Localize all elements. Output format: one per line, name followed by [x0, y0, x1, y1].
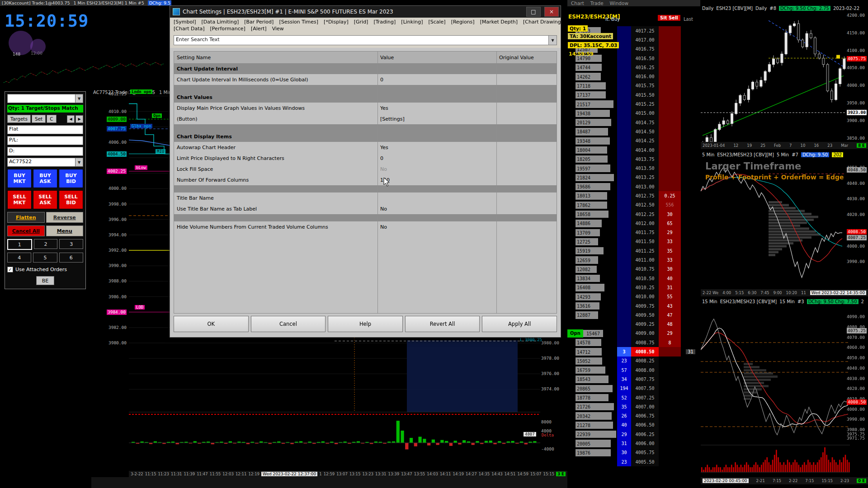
dom-sell-cell[interactable] [659, 45, 681, 54]
dom-buy-cell[interactable] [617, 274, 631, 283]
menu-item[interactable]: [Performance] [210, 26, 245, 32]
dom-buy-cell[interactable] [617, 54, 631, 63]
dom-buy-cell[interactable] [617, 127, 631, 136]
dom-sell-cell[interactable]: 30 [659, 265, 681, 274]
dom-buy-cell[interactable]: 29 [617, 430, 631, 439]
dialog-title-bar[interactable]: Chart Settings | ESH23/ESH23[M] #1 | E-M… [170, 6, 561, 18]
sell-bid-button[interactable]: SELLBID [59, 190, 83, 209]
dom-price-cell[interactable]: 4006.00 [631, 439, 659, 448]
dom-price-cell[interactable]: 4014.75 [631, 118, 659, 127]
settings-row[interactable]: Autowrap Chart HeaderYes [174, 142, 557, 153]
dom-price-cell[interactable]: 4005.75 [631, 448, 659, 457]
menu-item[interactable]: [Symbol] [174, 19, 196, 25]
menu-item[interactable]: [Data Limiting] [202, 19, 239, 25]
dom-price-cell[interactable]: 4009.75 [631, 301, 659, 310]
tab-targets[interactable]: Targets [7, 115, 31, 123]
settings-row[interactable]: Lock Fill SpaceNo [174, 164, 557, 174]
dom-price-cell[interactable]: 4010.25 [631, 283, 659, 292]
dialog-button[interactable]: Help [328, 316, 403, 332]
settings-row[interactable]: Number Of Forward Columns150 [174, 174, 557, 185]
dom-sell-cell[interactable]: 35 [659, 246, 681, 255]
dialog-button[interactable]: Cancel [251, 316, 326, 332]
dialog-button[interactable]: Apply All [482, 316, 557, 332]
dom-buy-cell[interactable] [617, 338, 631, 347]
dom-buy-cell[interactable] [617, 136, 631, 145]
dom-price-cell[interactable]: 4005.50 [631, 457, 659, 466]
dialog-button[interactable]: Revert All [405, 316, 480, 332]
dom-price-cell[interactable]: 4012.75 [631, 191, 659, 200]
menu-item[interactable]: [Market Depth] [480, 19, 518, 25]
dom-buy-cell[interactable]: 194 [617, 384, 631, 393]
dom-sell-cell[interactable]: 43 [659, 301, 681, 310]
dom-buy-cell[interactable]: 52 [617, 393, 631, 402]
dom-buy-cell[interactable] [617, 228, 631, 237]
menu-item[interactable]: View [272, 26, 284, 32]
menu-item[interactable]: [Chart Data] [174, 26, 205, 32]
dom-price-cell[interactable]: 4007.50 [631, 384, 659, 393]
tab-set[interactable]: Set [32, 115, 46, 123]
dom-buy-cell[interactable] [617, 182, 631, 191]
dom-price-cell[interactable]: 4008.50 [631, 347, 659, 356]
dom-sell-cell[interactable] [659, 145, 681, 155]
dom-sell-cell[interactable]: 29 [659, 329, 681, 338]
dom-buy-cell[interactable] [617, 155, 631, 164]
dom-buy-cell[interactable] [617, 283, 631, 292]
preset-button-1[interactable]: 1 [7, 239, 32, 250]
dom-buy-cell[interactable] [617, 90, 631, 99]
dom-price-cell[interactable]: 4014.50 [631, 127, 659, 136]
dom-sell-cell[interactable]: 47 [659, 310, 681, 319]
dom-buy-cell[interactable] [617, 35, 631, 44]
dom-sell-cell[interactable] [659, 81, 681, 90]
menu-item[interactable]: [Grid] [354, 19, 368, 25]
dom-price-cell[interactable]: 4011.00 [631, 255, 659, 264]
menu-item[interactable]: Chart [571, 0, 584, 6]
dom-buy-cell[interactable]: 34 [617, 375, 631, 384]
dom-buy-cell[interactable]: 3 [617, 347, 631, 356]
dom-price-cell[interactable]: 4015.75 [631, 81, 659, 90]
menu-item[interactable]: [Scale] [428, 19, 445, 25]
dom-buy-cell[interactable] [617, 63, 631, 72]
dom-sell-cell[interactable] [659, 164, 681, 173]
dom-price-cell[interactable]: 4007.00 [631, 402, 659, 411]
menu-item[interactable]: [Trading] [373, 19, 396, 25]
dom-buy-cell[interactable] [617, 329, 631, 338]
dom-buy-cell[interactable] [617, 99, 631, 108]
dom-price-cell[interactable]: 4014.25 [631, 136, 659, 145]
dom-buy-cell[interactable] [617, 81, 631, 90]
dom-buy-cell[interactable] [617, 118, 631, 127]
dom-price-cell[interactable]: 4015.00 [631, 109, 659, 118]
settings-row[interactable]: Chart Update Interval In Milliseconds (0… [174, 74, 557, 85]
menu-button[interactable]: Menu [46, 225, 84, 236]
dom-buy-cell[interactable]: 40 [617, 421, 631, 430]
menu-item[interactable]: [Alert] [251, 26, 267, 32]
dom-price-cell[interactable]: 4010.00 [631, 292, 659, 301]
search-input-value[interactable]: Enter Search Text [174, 36, 548, 45]
dom-sell-cell[interactable] [659, 411, 681, 420]
dom-buy-cell[interactable] [617, 246, 631, 255]
preset-button-4[interactable]: 4 [7, 253, 31, 263]
dom-buy-cell[interactable] [617, 292, 631, 301]
dom-price-cell[interactable]: 4011.50 [631, 237, 659, 246]
dom-price-cell[interactable]: 4016.75 [631, 45, 659, 54]
dom-sell-cell[interactable] [659, 439, 681, 448]
sell-market-button[interactable]: SELLMKT [7, 190, 32, 209]
dom-sell-cell[interactable] [659, 118, 681, 127]
reverse-button[interactable]: Reverse [46, 212, 84, 223]
dom-sell-cell[interactable]: 48 [659, 320, 681, 329]
dom-buy-cell[interactable] [617, 173, 631, 182]
dom-sell-cell[interactable]: 31 [659, 283, 681, 292]
dom-sell-cell[interactable] [659, 448, 681, 457]
dom-buy-cell[interactable] [617, 72, 631, 81]
use-attached-orders-checkbox[interactable]: ✓ Use Attached Orders [7, 267, 83, 272]
dom-sell-cell[interactable] [659, 109, 681, 118]
dom-buy-cell[interactable]: 23 [617, 357, 631, 366]
dom-sell-cell[interactable]: 55 [659, 292, 681, 301]
dom-sell-cell[interactable]: 65 [659, 219, 681, 228]
dom-buy-cell[interactable] [617, 164, 631, 173]
settings-row[interactable]: Hide Volume Numbers From Current Traded … [174, 221, 557, 232]
dom-price-cell[interactable]: 4006.25 [631, 430, 659, 439]
dom-sell-cell[interactable] [659, 393, 681, 402]
dom-sell-cell[interactable] [659, 99, 681, 108]
scroll-right-icon[interactable]: ▶ [75, 115, 83, 123]
cancel-all-button[interactable]: Cancel All [7, 225, 45, 236]
